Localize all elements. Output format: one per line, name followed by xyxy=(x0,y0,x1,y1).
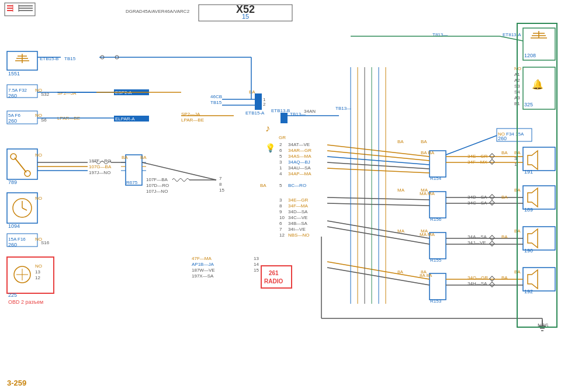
svg-text:34AU—SA: 34AU—SA xyxy=(288,165,311,171)
svg-text:34F—MA: 34F—MA xyxy=(288,203,308,209)
svg-text:34I—VE: 34I—VE xyxy=(288,227,306,232)
svg-text:46CB: 46CB xyxy=(210,94,222,99)
svg-text:34AN: 34AN xyxy=(304,109,316,114)
svg-text:15: 15 xyxy=(219,188,224,193)
svg-text:15: 15 xyxy=(242,13,249,20)
svg-text:6: 6 xyxy=(279,148,282,153)
svg-text:MA: MA xyxy=(397,188,405,193)
svg-text:261: 261 xyxy=(269,270,279,276)
svg-text:13: 13 xyxy=(35,269,40,275)
svg-text:107D—RO: 107D—RO xyxy=(146,183,169,188)
svg-text:1: 1 xyxy=(279,165,282,171)
svg-text:225: 225 xyxy=(8,292,17,298)
svg-text:MA: MA xyxy=(397,228,405,234)
svg-text:BA: BA xyxy=(140,155,147,160)
svg-text:ETB13-B: ETB13-B xyxy=(271,108,290,113)
svg-text:15: 15 xyxy=(254,268,259,273)
svg-text:3: 3 xyxy=(279,159,282,165)
svg-text:107G—BA: 107G—BA xyxy=(89,164,112,169)
svg-text:1094: 1094 xyxy=(8,223,20,229)
svg-text:NO: NO xyxy=(35,196,42,201)
svg-text:34C—VE: 34C—VE xyxy=(288,215,307,220)
svg-text:9: 9 xyxy=(279,209,282,214)
svg-text:189: 189 xyxy=(524,207,533,213)
svg-text:R153: R153 xyxy=(430,299,442,304)
svg-text:BA: BA xyxy=(397,139,404,144)
svg-text:13: 13 xyxy=(254,256,259,261)
svg-text:190: 190 xyxy=(524,248,533,254)
svg-text:3: 3 xyxy=(279,197,282,203)
svg-text:R156: R156 xyxy=(430,217,442,222)
svg-text:8: 8 xyxy=(219,182,222,187)
svg-text:34B—SA: 34B—SA xyxy=(288,221,308,226)
svg-text:12: 12 xyxy=(35,275,40,280)
svg-text:BA: BA xyxy=(501,275,508,280)
svg-text:34E—GR: 34E—GR xyxy=(288,197,308,203)
svg-text:DGRAD45A/AVER46A/VARC2: DGRAD45A/AVER46A/VARC2 xyxy=(126,9,190,14)
svg-text:ET813-A: ET813-A xyxy=(503,32,521,37)
svg-text:BA: BA xyxy=(260,183,266,188)
svg-text:S16: S16 xyxy=(41,240,50,245)
svg-text:BA: BA xyxy=(501,150,508,155)
svg-text:ELPAR-A: ELPAR-A xyxy=(115,116,135,122)
svg-text:BC—RO: BC—RO xyxy=(288,183,306,188)
svg-text:TB15: TB15 xyxy=(210,100,222,105)
svg-text:107F—BA: 107F—BA xyxy=(146,177,168,182)
svg-text:197X—SA: 197X—SA xyxy=(192,273,214,279)
svg-text:ETB15-A: ETB15-A xyxy=(245,110,265,116)
svg-text:TB13—: TB13— xyxy=(335,106,351,111)
svg-text:5A  F6: 5A F6 xyxy=(8,113,20,118)
svg-text:7: 7 xyxy=(279,227,282,232)
svg-text:💡: 💡 xyxy=(265,143,276,153)
svg-rect-69 xyxy=(255,93,262,110)
svg-text:SP2—JA: SP2—JA xyxy=(57,91,77,96)
svg-text:NO: NO xyxy=(35,152,42,158)
svg-text:192: 192 xyxy=(524,289,533,294)
svg-text:5: 5 xyxy=(279,183,282,188)
svg-text:NO: NO xyxy=(35,263,42,269)
svg-text:5: 5 xyxy=(279,154,282,159)
svg-text:BA: BA xyxy=(501,195,508,200)
svg-text:F34  15A: F34 15A xyxy=(506,131,524,137)
svg-text:BA: BA xyxy=(249,89,255,95)
svg-text:BA: BA xyxy=(421,139,427,144)
svg-text:260: 260 xyxy=(498,136,507,141)
svg-text:R675: R675 xyxy=(126,180,138,185)
svg-text:NBS—NO: NBS—NO xyxy=(288,233,309,238)
svg-text:2: 2 xyxy=(263,102,266,107)
svg-text:187W—VE: 187W—VE xyxy=(192,268,215,273)
svg-text:♪: ♪ xyxy=(265,123,270,133)
svg-text:325: 325 xyxy=(524,102,533,107)
svg-text:8A: 8A xyxy=(421,269,427,275)
svg-text:47F—MA: 47F—MA xyxy=(192,256,212,261)
svg-text:BA: BA xyxy=(501,234,508,240)
svg-text:197J—NO: 197J—NO xyxy=(89,170,110,175)
svg-text:34AT—VE: 34AT—VE xyxy=(288,142,310,147)
svg-text:R155: R155 xyxy=(430,258,442,263)
svg-text:34AP—MA: 34AP—MA xyxy=(288,171,311,176)
page-number: 3-259 xyxy=(7,379,26,387)
svg-text:7.5A F32: 7.5A F32 xyxy=(8,88,27,93)
svg-text:260: 260 xyxy=(8,93,17,99)
svg-text:34D—SA: 34D—SA xyxy=(288,209,308,214)
svg-text:260: 260 xyxy=(8,242,17,248)
svg-text:4: 4 xyxy=(279,171,282,176)
svg-text:8A: 8A xyxy=(397,269,403,275)
svg-text:MA: MA xyxy=(421,228,428,234)
svg-text:789: 789 xyxy=(8,179,17,185)
svg-text:OBD 2 разъем: OBD 2 разъем xyxy=(8,299,43,305)
svg-text:1208: 1208 xyxy=(524,53,536,58)
svg-text:🔔: 🔔 xyxy=(532,79,543,90)
svg-text:TB15: TB15 xyxy=(64,56,76,61)
svg-text:12: 12 xyxy=(279,233,285,238)
svg-text:RADIO: RADIO xyxy=(264,278,283,285)
svg-text:LPAR—BE: LPAR—BE xyxy=(181,117,204,123)
svg-text:BA: BA xyxy=(122,155,128,160)
wiring-diagram: X52 15 DGRAD45A/AVER46A/VARC2 1551 ETB15… xyxy=(0,0,561,392)
svg-text:8: 8 xyxy=(279,203,282,209)
svg-text:2: 2 xyxy=(279,142,282,147)
svg-text:15A F16: 15A F16 xyxy=(8,237,26,242)
svg-text:34AS—MA: 34AS—MA xyxy=(288,154,311,159)
svg-text:14: 14 xyxy=(254,262,259,267)
svg-text:260: 260 xyxy=(8,118,17,124)
